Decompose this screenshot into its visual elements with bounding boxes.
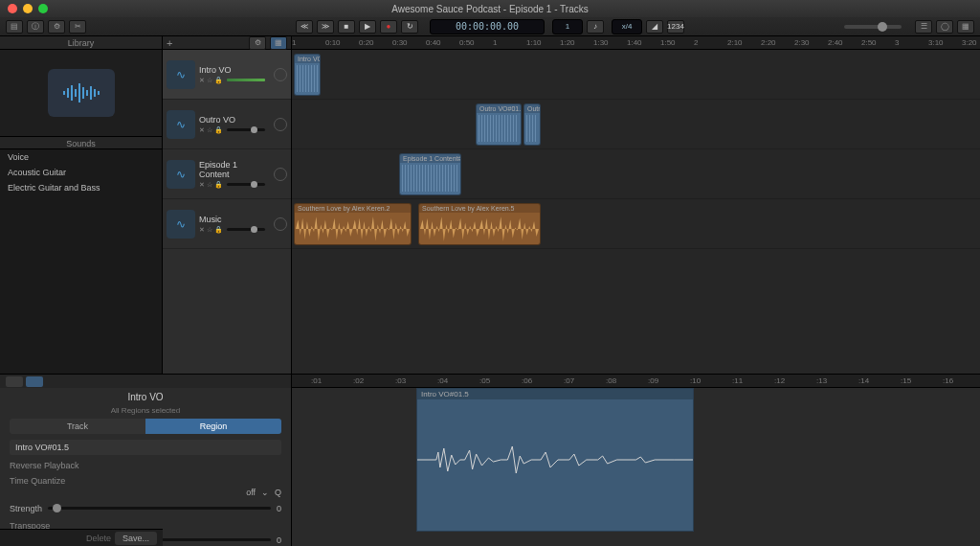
audio-track-icon: ∿ — [167, 160, 195, 189]
ruler-tick: 3:10 — [928, 38, 944, 47]
region-label: Southern Love by Alex Keren.2 — [295, 204, 411, 213]
tab-track[interactable]: Track — [10, 419, 145, 434]
minimize-icon[interactable] — [23, 4, 33, 13]
metronome-button[interactable]: ◢ — [646, 20, 663, 34]
volume-slider[interactable] — [227, 128, 265, 131]
track-lane[interactable]: Intro VO# — [292, 50, 980, 100]
editor-waveform-area[interactable]: :01:02:03:04:05:06:07:08:09:10:11:12:13:… — [292, 375, 980, 546]
track-lane[interactable]: Southern Love by Alex Keren.2 Southern L… — [292, 199, 980, 249]
forward-button[interactable]: ≫ — [317, 20, 334, 34]
editor-tab-audio[interactable] — [6, 376, 23, 387]
track-lane[interactable]: Outro VO#01.5 Outro — [292, 100, 980, 149]
library-toggle-button[interactable]: ▤ — [6, 20, 23, 34]
editor-panel: Intro VO All Regions selected Track Regi… — [0, 374, 980, 546]
strength-slider[interactable] — [48, 507, 271, 510]
audio-region[interactable]: Southern Love by Alex Keren.5 — [418, 203, 541, 245]
track-lane[interactable]: Episode 1 Content#01 — [292, 149, 980, 199]
pan-knob[interactable] — [274, 118, 287, 131]
settings-button[interactable]: ⚙ — [48, 20, 65, 34]
audio-region[interactable]: Episode 1 Content#01 — [399, 153, 461, 195]
arrange-area[interactable]: 10:100:200:300:400:5011:101:201:301:401:… — [292, 36, 980, 374]
zoom-icon[interactable] — [38, 4, 48, 13]
media-button[interactable]: ▦ — [957, 20, 974, 34]
scissors-icon[interactable]: ✂ — [69, 20, 86, 34]
record-button[interactable]: ● — [380, 20, 397, 34]
ruler-tick: 1 — [493, 38, 497, 47]
waveform-icon — [402, 165, 458, 192]
volume-slider[interactable] — [227, 228, 265, 231]
lcd-keysig[interactable]: x/4 — [612, 19, 642, 34]
region-label: Episode 1 Content#01 — [400, 154, 460, 163]
lock-icon[interactable]: 🔒 — [214, 126, 223, 134]
cycle-button[interactable]: ↻ — [401, 20, 418, 34]
library-item[interactable]: Acoustic Guitar — [0, 165, 162, 180]
editor-region[interactable]: Intro VO#01.5 — [416, 388, 694, 532]
timeline-ruler[interactable]: 10:100:200:300:400:5011:101:201:301:401:… — [292, 36, 980, 50]
audio-region[interactable]: Outro — [523, 103, 541, 146]
tracks-toolbar: + ⚙ ▦ — [163, 36, 291, 50]
time-quantize-value[interactable]: off — [246, 488, 256, 497]
stop-button[interactable]: ■ — [338, 20, 355, 34]
ruler-tick: :10 — [690, 376, 701, 385]
notepad-button[interactable]: ☰ — [915, 20, 932, 34]
reverse-playback-label[interactable]: Reverse Playback — [10, 461, 281, 470]
lcd-time[interactable]: 00:00:00.00 — [430, 19, 545, 34]
mute-button[interactable]: ✕ — [199, 226, 205, 234]
track-header[interactable]: ∿ Outro VO ✕☆🔒 — [163, 100, 291, 149]
add-track-button[interactable]: + — [167, 37, 172, 49]
pan-knob[interactable] — [274, 217, 287, 231]
save-button[interactable]: Save... — [115, 532, 157, 545]
track-header[interactable]: ∿ Music ✕☆🔒 — [163, 199, 291, 249]
ruler-tick: 1:30 — [593, 38, 609, 47]
track-view-button[interactable]: ⚙ — [249, 36, 266, 50]
region-label: Intro VO# — [295, 55, 320, 63]
track-header[interactable]: ∿ Intro VO ✕☆🔒 — [163, 50, 291, 100]
mute-button[interactable]: ✕ — [199, 181, 205, 189]
mute-button[interactable]: ✕ — [199, 126, 205, 134]
lcd-bars[interactable]: 1 — [552, 19, 583, 34]
main-area: Library Sounds Voice Acoustic Guitar Ele… — [0, 36, 980, 374]
pan-knob[interactable] — [274, 68, 287, 81]
solo-button[interactable]: ☆ — [207, 181, 212, 189]
editor-tab-score[interactable] — [26, 376, 43, 387]
mute-button[interactable]: ✕ — [199, 77, 205, 84]
solo-button[interactable]: ☆ — [207, 77, 212, 84]
editor-region-label: Intro VO#01.5 — [417, 389, 693, 399]
lock-icon[interactable]: 🔒 — [214, 77, 223, 84]
ruler-tick: :05 — [479, 376, 490, 385]
track-header[interactable]: ∿ Episode 1 Content ✕☆🔒 — [163, 149, 291, 199]
tab-region[interactable]: Region — [145, 419, 281, 434]
play-button[interactable]: ▶ — [359, 20, 376, 34]
pan-knob[interactable] — [274, 168, 287, 181]
editor-ruler[interactable]: :01:02:03:04:05:06:07:08:09:10:11:12:13:… — [292, 375, 980, 388]
track-headers: + ⚙ ▦ ∿ Intro VO ✕☆🔒 ∿ Outro VO ✕☆🔒 ∿ Ep… — [163, 36, 292, 374]
close-icon[interactable] — [8, 4, 17, 13]
quick-help-button[interactable]: ⓘ — [27, 20, 44, 34]
waveform-icon — [417, 441, 693, 479]
track-name: Episode 1 Content — [199, 160, 270, 179]
rewind-button[interactable]: ≪ — [296, 20, 313, 34]
ruler-tick: :03 — [395, 376, 406, 385]
library-item[interactable]: Electric Guitar and Bass — [0, 180, 162, 195]
master-volume-slider[interactable] — [844, 25, 902, 29]
solo-button[interactable]: ☆ — [207, 126, 212, 134]
library-sounds-tab[interactable]: Sounds — [0, 136, 162, 149]
track-automation-button[interactable]: ▦ — [270, 36, 287, 50]
delete-button[interactable]: Delete — [86, 534, 111, 543]
audio-region[interactable]: Southern Love by Alex Keren.2 — [294, 203, 412, 245]
region-name-field[interactable]: Intro VO#01.5 — [10, 440, 281, 455]
dropdown-icon[interactable]: ⌄ — [261, 488, 269, 497]
ruler-tick: 1:40 — [627, 38, 642, 47]
volume-slider[interactable] — [227, 183, 265, 186]
audio-region[interactable]: Outro VO#01.5 — [476, 103, 522, 146]
loops-button[interactable]: ◯ — [936, 20, 953, 34]
audio-region[interactable]: Intro VO# — [294, 54, 321, 96]
strength-value: 0 — [277, 504, 281, 513]
library-item[interactable]: Voice — [0, 149, 162, 165]
q-button[interactable]: Q — [275, 488, 281, 497]
countoff-button[interactable]: 1234 — [667, 20, 684, 34]
lock-icon[interactable]: 🔒 — [214, 226, 223, 234]
lock-icon[interactable]: 🔒 — [214, 181, 223, 189]
tuner-button[interactable]: ♪ — [587, 20, 604, 34]
solo-button[interactable]: ☆ — [207, 226, 212, 234]
